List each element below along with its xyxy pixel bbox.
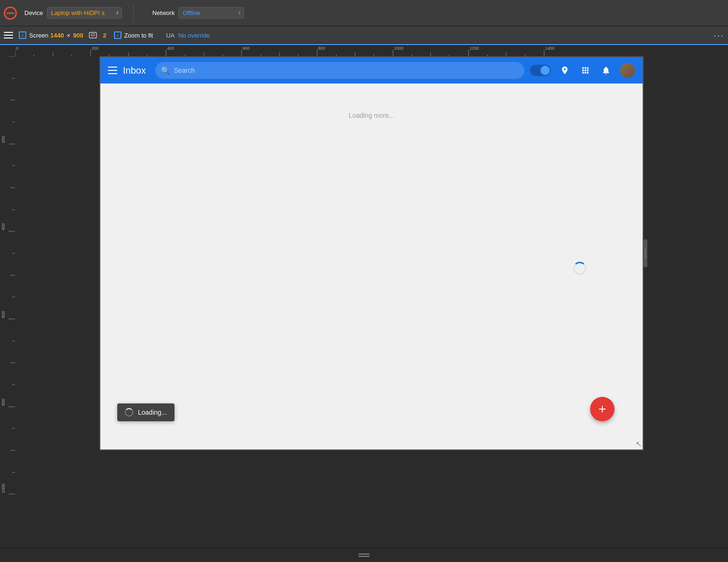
svg-rect-1 <box>91 34 94 36</box>
svg-rect-0 <box>90 32 97 38</box>
resize-arrow-icon[interactable]: ↖ <box>636 440 642 448</box>
search-placeholder: Search <box>174 67 195 74</box>
content-spinner <box>573 262 586 275</box>
network-section: Network Offline ⇕ <box>145 7 252 19</box>
zoom-checkbox[interactable] <box>114 31 121 39</box>
ham-line-3 <box>108 73 117 74</box>
device-select-wrapper[interactable]: Laptop with HiDPI s ⇕ <box>47 7 122 19</box>
network-label: Network <box>152 9 175 16</box>
resize-dots <box>645 250 646 258</box>
screen-width: 1440 <box>50 32 64 39</box>
pin-icon[interactable] <box>558 64 571 77</box>
toast-spinner <box>125 408 133 417</box>
screen-checkbox[interactable] <box>19 31 26 39</box>
toggle-knob <box>540 66 550 75</box>
ua-value: No override <box>178 32 210 39</box>
menu-line-1 <box>4 32 13 33</box>
ruler-left <box>0 56 15 548</box>
collapse-handle[interactable] <box>358 554 370 557</box>
ruler-top-canvas <box>15 45 728 56</box>
resize-dot-2 <box>645 252 646 253</box>
screenshot-svg <box>89 31 97 39</box>
fab-plus-icon: + <box>599 403 606 416</box>
resize-dot-1 <box>645 250 646 251</box>
device-label: Device <box>24 9 43 16</box>
dpr-value: 2 <box>103 32 106 39</box>
ruler-top <box>15 45 728 56</box>
search-icon: 🔍 <box>161 66 170 75</box>
zoom-checkbox-item: Zoom to fit <box>114 31 153 39</box>
menu-icon[interactable] <box>4 32 13 38</box>
menu-line-2 <box>4 35 13 36</box>
toolbar-left-section: Device Laptop with HiDPI s ⇕ Network Off… <box>4 5 724 22</box>
zoom-label: Zoom to fit <box>124 32 153 39</box>
inbox-title: Inbox <box>123 65 146 76</box>
ua-section: UA No override <box>166 32 210 39</box>
resize-dot-3 <box>645 254 646 255</box>
screen-checkbox-item: Screen <box>19 31 48 39</box>
network-select-wrapper[interactable]: Offline ⇕ <box>178 7 244 19</box>
ham-line-2 <box>108 70 117 71</box>
network-select[interactable]: Offline <box>178 7 244 19</box>
toolbar-divider <box>133 5 134 22</box>
loading-more-text: Loading more... <box>349 112 394 119</box>
ua-label: UA <box>166 32 174 39</box>
canvas-area: Inbox 🔍 Search <box>0 45 728 548</box>
screenshot-icon[interactable] <box>89 31 97 39</box>
bell-svg <box>601 66 611 75</box>
inbox-actions <box>530 63 635 78</box>
resize-dot-4 <box>645 257 646 258</box>
ruler-left-canvas <box>0 56 15 525</box>
resize-handle[interactable] <box>644 239 647 267</box>
inbox-content: Loading more... Loading... + <box>100 84 643 449</box>
device-screen: Inbox 🔍 Search <box>99 56 644 450</box>
more-options-icon[interactable]: ··· <box>713 30 724 41</box>
collapse-line-2 <box>358 556 370 557</box>
toggle-switch[interactable] <box>530 65 551 76</box>
inbox-app: Inbox 🔍 Search <box>100 57 643 449</box>
screen-height: 900 <box>73 32 83 39</box>
fab-button[interactable]: + <box>590 397 614 421</box>
ruler-corner <box>0 45 15 56</box>
grid-svg <box>581 66 590 75</box>
device-section: Device Laptop with HiDPI s ⇕ <box>24 7 122 19</box>
menu-line-3 <box>4 38 13 38</box>
dimension-separator: × <box>67 32 70 39</box>
bell-icon[interactable] <box>599 64 613 77</box>
inbox-header: Inbox 🔍 Search <box>100 57 643 84</box>
pin-svg <box>560 66 569 75</box>
search-bar[interactable]: 🔍 Search <box>155 62 524 79</box>
device-select[interactable]: Laptop with HiDPI s <box>47 7 122 19</box>
loading-toast: Loading... <box>117 403 174 421</box>
screen-label: Screen <box>29 32 48 39</box>
toolbar-row1: Device Laptop with HiDPI s ⇕ Network Off… <box>0 0 728 26</box>
loading-toast-text: Loading... <box>138 409 167 416</box>
hamburger-icon[interactable] <box>108 67 117 74</box>
avatar[interactable] <box>620 63 635 78</box>
spinner-circle <box>573 262 586 275</box>
collapse-line-1 <box>358 554 370 554</box>
toolbar2-left: Screen 1440 × 900 2 Zoom to fit UA No ov… <box>4 31 713 39</box>
toolbar-row2: Screen 1440 × 900 2 Zoom to fit UA No ov… <box>0 26 728 45</box>
device-frame: Inbox 🔍 Search <box>99 56 644 450</box>
grid-icon[interactable] <box>579 64 592 77</box>
bottom-bar <box>0 548 728 562</box>
avatar-image <box>620 63 635 78</box>
ham-line-1 <box>108 67 117 68</box>
viewport-wrapper: Inbox 🔍 Search <box>15 56 728 548</box>
no-entry-icon[interactable] <box>4 7 17 20</box>
